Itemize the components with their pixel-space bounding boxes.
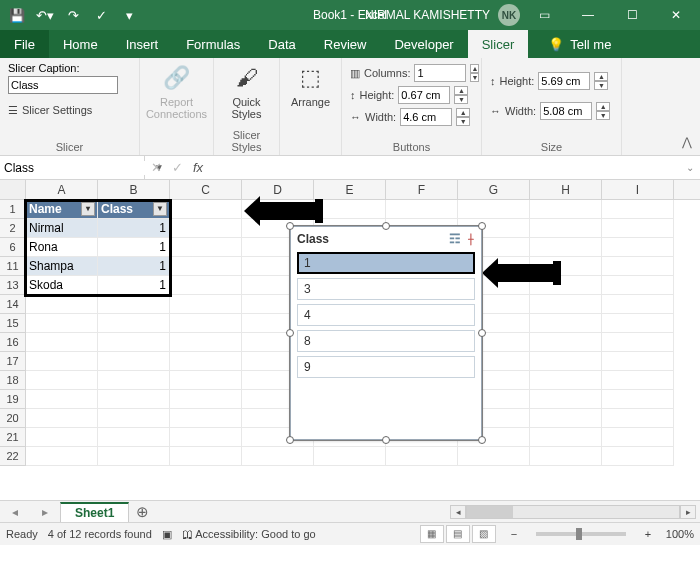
size-width-input[interactable] [540,102,592,120]
row-header[interactable]: 1 [0,200,26,219]
col-header[interactable]: C [170,180,242,199]
cell[interactable] [98,428,170,447]
cell[interactable] [26,447,98,466]
cell[interactable] [170,390,242,409]
row-header[interactable]: 2 [0,219,26,238]
row-header[interactable]: 6 [0,238,26,257]
cell[interactable] [26,314,98,333]
cell[interactable] [386,447,458,466]
row-header[interactable]: 16 [0,333,26,352]
insert-function-icon[interactable]: fx [193,160,203,175]
size-height-input[interactable] [538,72,590,90]
undo-icon[interactable]: ↶▾ [34,4,56,26]
worksheet-grid[interactable]: A B C D E F G H I 1Name▾Class▼2Nirmal16R… [0,180,700,500]
row-header[interactable]: 22 [0,447,26,466]
cell[interactable] [98,371,170,390]
cell[interactable] [170,276,242,295]
cell[interactable] [530,371,602,390]
cell[interactable] [602,276,674,295]
cell[interactable] [602,447,674,466]
tab-home[interactable]: Home [49,30,112,58]
cell[interactable] [314,200,386,219]
macro-record-icon[interactable]: ▣ [162,528,172,541]
select-all-corner[interactable] [0,180,26,199]
spellcheck-icon[interactable]: ✓ [90,4,112,26]
cell[interactable] [530,352,602,371]
column-dropdown-icon[interactable]: ▾ [81,202,95,216]
quick-styles-button[interactable]: 🖌 Quick Styles [217,62,277,120]
tell-me[interactable]: 💡Tell me [534,30,625,58]
cell[interactable] [98,390,170,409]
scroll-left-icon[interactable]: ◂ [450,505,466,519]
zoom-level[interactable]: 100% [666,528,694,540]
cell[interactable] [530,447,602,466]
cell[interactable] [386,200,458,219]
cell[interactable] [26,428,98,447]
btn-width-spinner[interactable]: ▲▼ [456,108,470,126]
cell[interactable] [26,295,98,314]
col-header[interactable]: H [530,180,602,199]
row-header[interactable]: 17 [0,352,26,371]
row-header[interactable]: 21 [0,428,26,447]
cell[interactable]: 1 [98,219,170,238]
collapse-ribbon-icon[interactable]: ⋀ [682,135,692,149]
col-header[interactable]: E [314,180,386,199]
cell[interactable] [170,219,242,238]
row-header[interactable]: 15 [0,314,26,333]
btn-height-input[interactable] [398,86,450,104]
minimize-button[interactable]: — [568,0,608,30]
zoom-in-button[interactable]: + [640,528,656,540]
cell[interactable] [602,238,674,257]
cell[interactable] [170,352,242,371]
cell[interactable] [98,333,170,352]
enter-formula-icon[interactable]: ✓ [172,160,183,175]
cell[interactable] [602,409,674,428]
row-header[interactable]: 20 [0,409,26,428]
tab-file[interactable]: File [0,30,49,58]
tab-formulas[interactable]: Formulas [172,30,254,58]
tab-insert[interactable]: Insert [112,30,173,58]
cell[interactable] [530,333,602,352]
cell[interactable] [98,409,170,428]
add-sheet-button[interactable]: ⊕ [129,503,155,521]
col-header[interactable]: I [602,180,674,199]
resize-handle[interactable] [286,436,294,444]
cell[interactable] [530,200,602,219]
tab-developer[interactable]: Developer [380,30,467,58]
cell[interactable]: Name▾ [26,200,98,219]
cell[interactable] [530,390,602,409]
cell[interactable]: 1 [98,276,170,295]
cell[interactable] [170,257,242,276]
ribbon-options-icon[interactable]: ▭ [524,0,564,30]
row-header[interactable]: 19 [0,390,26,409]
cell[interactable] [530,238,602,257]
cell[interactable] [242,447,314,466]
cell[interactable] [170,428,242,447]
scroll-right-icon[interactable]: ▸ [680,505,696,519]
cell[interactable]: Shampa [26,257,98,276]
cell[interactable]: Class▼ [98,200,170,219]
cell[interactable] [602,219,674,238]
view-pagebreak-icon[interactable]: ▧ [472,525,496,543]
slicer-settings-button[interactable]: ☰ Slicer Settings [8,99,131,121]
size-height-spinner[interactable]: ▲▼ [594,72,608,90]
cell[interactable] [602,333,674,352]
cell[interactable] [170,295,242,314]
cell[interactable] [458,447,530,466]
cell[interactable]: 1 [98,238,170,257]
resize-handle[interactable] [478,329,486,337]
columns-input[interactable] [414,64,466,82]
cell[interactable] [170,447,242,466]
column-filter-active-icon[interactable]: ▼ [153,202,167,216]
cell[interactable] [458,200,530,219]
row-header[interactable]: 18 [0,371,26,390]
zoom-slider[interactable] [536,532,626,536]
slicer-object[interactable]: Class ☶ ⟊ 13489 [290,226,482,440]
cell[interactable] [602,257,674,276]
cell[interactable] [602,428,674,447]
cell[interactable] [602,390,674,409]
save-icon[interactable]: 💾 [6,4,28,26]
row-header[interactable]: 11 [0,257,26,276]
tab-review[interactable]: Review [310,30,381,58]
col-header[interactable]: F [386,180,458,199]
